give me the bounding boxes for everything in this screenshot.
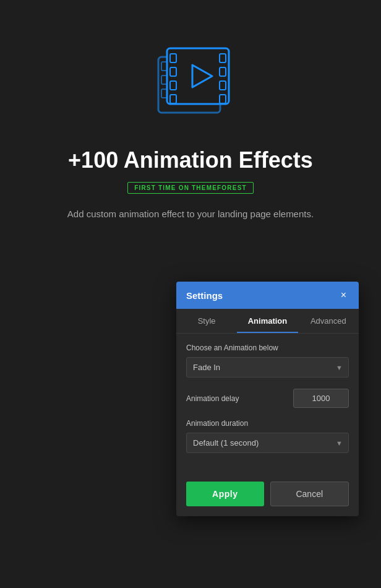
hero-section: +100 Animation Effects FIRST TIME ON THE… xyxy=(0,0,381,222)
hero-title: +100 Animation Effects xyxy=(68,147,313,173)
settings-modal: Settings × Style Animation Advanced Choo… xyxy=(176,282,359,516)
tab-style[interactable]: Style xyxy=(176,309,237,333)
hero-badge: FIRST TIME ON THEMEFOREST xyxy=(127,182,254,194)
duration-select[interactable]: Default (1 second) 0.5 seconds 1.5 secon… xyxy=(186,433,349,453)
animation-select[interactable]: Fade In Fade Out Slide In Bounce Zoom In xyxy=(186,357,349,378)
duration-label: Animation duration xyxy=(186,419,349,428)
modal-title: Settings xyxy=(186,290,223,301)
apply-button[interactable]: Apply xyxy=(186,482,264,506)
cancel-button[interactable]: Cancel xyxy=(270,482,349,506)
animation-select-wrapper: Fade In Fade Out Slide In Bounce Zoom In… xyxy=(186,357,349,378)
modal-footer: Apply Cancel xyxy=(176,474,359,516)
modal-header: Settings × xyxy=(176,282,359,309)
tab-animation[interactable]: Animation xyxy=(237,309,298,333)
modal-body: Choose an Animation below Fade In Fade O… xyxy=(176,334,359,474)
hero-description: Add custom animation effect to your land… xyxy=(67,207,314,222)
animation-choose-label: Choose an Animation below xyxy=(186,344,349,352)
modal-tabs: Style Animation Advanced xyxy=(176,309,359,334)
tab-advanced[interactable]: Advanced xyxy=(298,309,359,333)
delay-row: Animation delay xyxy=(186,389,349,408)
modal-close-button[interactable]: × xyxy=(338,289,349,301)
duration-select-wrapper: Default (1 second) 0.5 seconds 1.5 secon… xyxy=(186,433,349,453)
delay-input[interactable] xyxy=(293,389,349,408)
delay-label: Animation delay xyxy=(186,394,239,403)
film-icon xyxy=(141,31,240,130)
